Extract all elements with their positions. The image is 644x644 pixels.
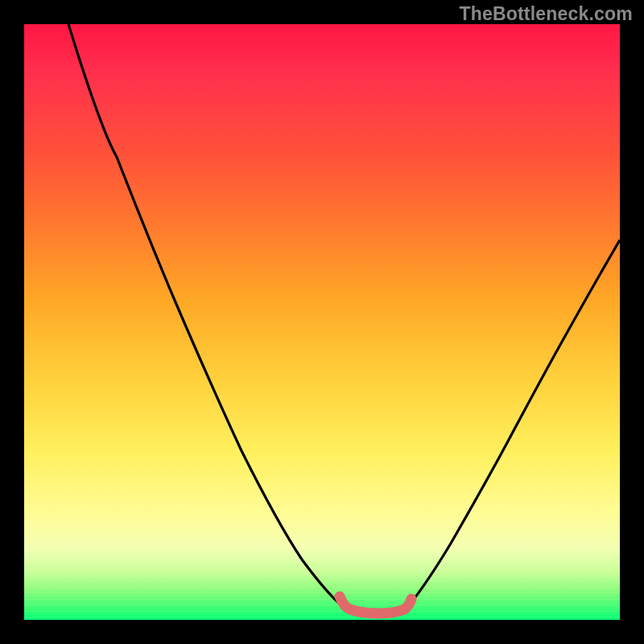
plot-area <box>24 24 620 620</box>
right-curve <box>407 240 620 609</box>
left-curve <box>68 24 346 609</box>
bottom-arc <box>340 597 411 613</box>
watermark-text: TheBottleneck.com <box>459 3 633 25</box>
curve-layer <box>24 24 620 620</box>
chart-frame: TheBottleneck.com <box>0 0 644 644</box>
